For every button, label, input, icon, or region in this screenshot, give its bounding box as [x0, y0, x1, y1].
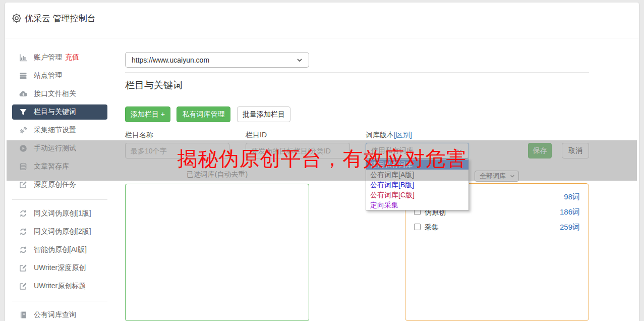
sidebar-item-public-dict-query[interactable]: 公有词库查询 [12, 307, 107, 321]
add-column-button[interactable]: 添加栏目 + [125, 106, 170, 122]
server-icon [19, 72, 27, 80]
site-select[interactable]: https://www.ucaiyun.com [125, 52, 309, 68]
sidebar-item-label: 深度原创任务 [34, 180, 76, 189]
batch-add-column-button[interactable]: 批量添加栏目 [237, 106, 290, 122]
sidebar-item-label: UWriter深度原创 [34, 263, 86, 273]
dict-row-count: 98词 [524, 192, 580, 202]
dict-row-count: 186词 [524, 207, 580, 217]
sidebar-item-label: 采集细节设置 [34, 126, 76, 135]
sidebar-item-label: 公有词库查询 [34, 310, 76, 319]
bar-chart-icon [19, 54, 27, 62]
private-dict-manage-button[interactable]: 私有词库管理 [177, 106, 230, 122]
dropdown-option-public-b[interactable]: 公有词库[B版] [366, 180, 469, 190]
column-name-label: 栏目名称 [125, 131, 153, 140]
sidebar-divider [12, 199, 107, 200]
sidebar-divider [12, 301, 107, 301]
refresh-icon [19, 209, 27, 218]
sidebar-item-label: 智能伪原创[AI版] [34, 245, 87, 254]
sidebar-item-uwriter-title[interactable]: UWriter原创标题 [12, 279, 107, 294]
column-id-label: 栏目ID [246, 131, 267, 140]
dict-version-diff-link[interactable]: [区别] [394, 131, 412, 139]
page: 优采云 管理控制台 账户管理 充值 站点管理 接口文件相关 栏目与关键词 采集细… [0, 0, 644, 321]
sidebar-item-label: 站点管理 [34, 71, 62, 80]
site-select-value: https://www.ucaiyun.com [132, 56, 297, 64]
refresh-icon [19, 246, 27, 254]
sidebar-item-account[interactable]: 账户管理 充值 [12, 50, 107, 65]
recharge-badge[interactable]: 充值 [65, 53, 79, 62]
dropdown-option-public-c[interactable]: 公有词库[C版] [366, 190, 469, 200]
edit-icon [19, 282, 27, 290]
sidebar-item-label: 栏目与关键词 [34, 108, 76, 117]
dict-row-checkbox[interactable] [414, 224, 421, 230]
gears-icon [19, 126, 27, 134]
cloud-upload-icon [19, 90, 27, 98]
dict-version-label: 词库版本[区别] [366, 131, 412, 140]
overlay-caption: 揭秘伪原创平台，有效应对危害 [0, 145, 644, 173]
app-gear-icon [12, 13, 22, 23]
funnel-icon [19, 108, 27, 116]
chevron-down-icon [297, 57, 303, 63]
sidebar-item-interface-files[interactable]: 接口文件相关 [12, 86, 107, 101]
edit-icon [19, 181, 27, 189]
dropdown-option-directed-collect[interactable]: 定向采集 [366, 200, 469, 210]
content-divider [125, 72, 589, 73]
sidebar-item-label: 接口文件相关 [34, 89, 76, 98]
sidebar-item-label: 同义词伪原创[2版] [34, 227, 91, 236]
sidebar-item-label: 同义词伪原创[1版] [34, 209, 91, 218]
page-title: 栏目与关键词 [125, 79, 183, 92]
sidebar-item-synonym-v1[interactable]: 同义词伪原创[1版] [12, 206, 107, 221]
sidebar-item-sites[interactable]: 站点管理 [12, 68, 107, 83]
header-divider [5, 38, 639, 38]
selected-keywords-box[interactable] [125, 184, 309, 321]
dict-row-label: 采集 [425, 223, 439, 232]
sidebar-item-label: UWriter原创标题 [34, 282, 86, 291]
sidebar-item-synonym-v2[interactable]: 同义词伪原创[2版] [12, 224, 107, 239]
sidebar-item-columns-keywords[interactable]: 栏目与关键词 [12, 104, 107, 120]
app-title: 优采云 管理控制台 [25, 13, 96, 24]
book-icon [19, 311, 27, 319]
sidebar-item-collect-settings[interactable]: 采集细节设置 [12, 123, 107, 138]
sidebar-item-label: 账户管理 [34, 53, 62, 62]
sidebar-item-uwriter-deep[interactable]: UWriter深度原创 [12, 260, 107, 276]
edit-icon [19, 264, 27, 272]
dict-row-count: 259词 [524, 223, 580, 232]
sidebar-item-ai-pseudo-original[interactable]: 智能伪原创[AI版] [12, 242, 107, 257]
refresh-icon [19, 228, 27, 236]
